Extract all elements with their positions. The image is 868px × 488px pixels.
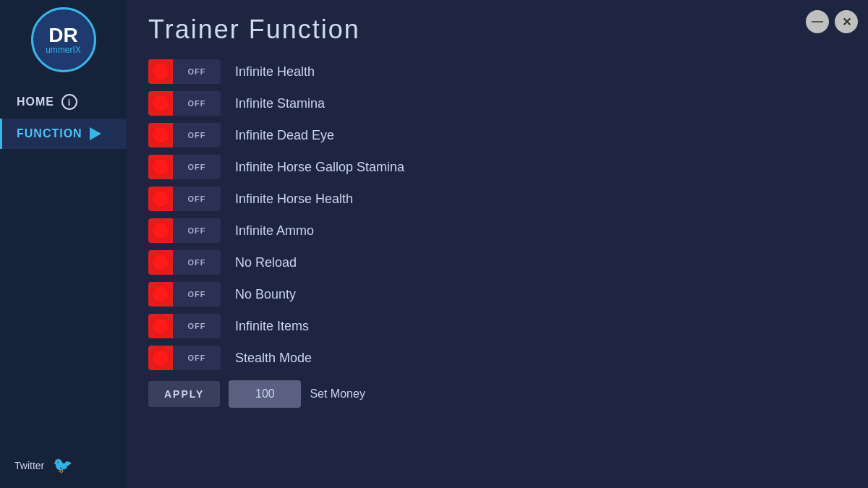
main-content: — ✕ Trainer Function OFF Infinite Health… — [127, 0, 868, 488]
toggle-dot — [148, 282, 173, 307]
toggle-state-label: OFF — [173, 322, 221, 330]
home-label: HOME — [17, 95, 54, 108]
toggle-state-label: OFF — [173, 290, 221, 299]
toggle-dot — [148, 314, 173, 338]
toggle-container[interactable]: OFF — [148, 346, 221, 370]
toggle-container[interactable]: OFF — [148, 218, 221, 243]
info-icon[interactable]: i — [61, 94, 77, 110]
avatar: DR ummerIX — [31, 7, 96, 72]
toggle-row: OFF Stealth Mode — [148, 346, 846, 370]
twitter-label: Twitter — [14, 460, 44, 471]
toggle-row: OFF Infinite Dead Eye — [148, 123, 846, 147]
function-name-label: Infinite Horse Gallop Stamina — [235, 160, 404, 175]
toggle-row: OFF No Bounty — [148, 282, 846, 307]
toggle-dot-inner — [153, 95, 169, 111]
toggle-dot — [148, 346, 173, 370]
minimize-button[interactable]: — — [806, 10, 829, 33]
toggle-dot-inner — [153, 159, 169, 175]
twitter-icon[interactable]: 🐦 — [53, 456, 72, 475]
toggle-state-label: OFF — [173, 354, 221, 362]
play-arrow-icon — [90, 127, 101, 140]
toggle-dot-inner — [153, 127, 169, 143]
toggle-container[interactable]: OFF — [148, 187, 221, 211]
function-name-label: Infinite Stamina — [235, 96, 325, 111]
close-button[interactable]: ✕ — [835, 10, 858, 33]
function-name-label: No Bounty — [235, 287, 296, 302]
function-name-label: Infinite Ammo — [235, 223, 314, 239]
toggle-container[interactable]: OFF — [148, 155, 221, 179]
avatar-username: ummerIX — [46, 46, 81, 54]
sidebar-item-home[interactable]: HOME i — [0, 85, 127, 119]
toggle-row: OFF Infinite Horse Gallop Stamina — [148, 155, 846, 179]
toggle-dot-inner — [153, 223, 169, 239]
toggle-state-label: OFF — [173, 67, 221, 76]
function-name-label: Infinite Health — [235, 64, 315, 80]
toggle-row: OFF No Reload — [148, 250, 846, 275]
apply-button[interactable]: APPLY — [148, 381, 220, 407]
window-controls: — ✕ — [806, 10, 858, 33]
function-name-label: Stealth Mode — [235, 351, 312, 366]
toggle-container[interactable]: OFF — [148, 123, 221, 147]
toggle-dot-inner — [153, 191, 169, 207]
toggle-container[interactable]: OFF — [148, 59, 221, 84]
toggle-dot — [148, 91, 173, 116]
money-input[interactable] — [229, 380, 301, 408]
toggle-container[interactable]: OFF — [148, 314, 221, 338]
toggle-state-label: OFF — [173, 194, 221, 203]
money-row: APPLY Set Money — [148, 380, 846, 408]
functions-list: OFF Infinite Health OFF Infinite Stamina… — [148, 59, 846, 370]
toggle-dot — [148, 123, 173, 147]
toggle-row: OFF Infinite Health — [148, 59, 846, 84]
toggle-dot — [148, 218, 173, 243]
function-name-label: Infinite Items — [235, 319, 309, 334]
toggle-container[interactable]: OFF — [148, 282, 221, 307]
page-title: Trainer Function — [148, 14, 846, 45]
toggle-state-label: OFF — [173, 131, 221, 140]
function-name-label: Infinite Dead Eye — [235, 128, 334, 143]
toggle-container[interactable]: OFF — [148, 91, 221, 116]
toggle-state-label: OFF — [173, 99, 221, 108]
toggle-state-label: OFF — [173, 163, 221, 171]
sidebar-item-function[interactable]: FUNCTION — [0, 119, 127, 149]
toggle-row: OFF Infinite Horse Health — [148, 187, 846, 211]
toggle-row: OFF Infinite Stamina — [148, 91, 846, 116]
toggle-dot-inner — [153, 318, 169, 334]
toggle-dot — [148, 59, 173, 84]
toggle-state-label: OFF — [173, 226, 221, 235]
twitter-section: Twitter 🐦 — [0, 443, 127, 488]
toggle-state-label: OFF — [173, 258, 221, 267]
sidebar: DR ummerIX HOME i FUNCTION Twitter 🐦 — [0, 0, 127, 488]
toggle-dot — [148, 155, 173, 179]
toggle-dot-inner — [153, 286, 169, 302]
toggle-dot-inner — [153, 350, 169, 366]
toggle-dot-inner — [153, 254, 169, 270]
toggle-container[interactable]: OFF — [148, 250, 221, 275]
toggle-dot-inner — [153, 64, 169, 80]
function-label: FUNCTION — [17, 127, 82, 140]
function-name-label: No Reload — [235, 255, 297, 270]
function-name-label: Infinite Horse Health — [235, 192, 353, 207]
set-money-label: Set Money — [310, 388, 365, 401]
toggle-row: OFF Infinite Items — [148, 314, 846, 338]
avatar-initials: DR — [48, 25, 77, 46]
toggle-dot — [148, 250, 173, 275]
toggle-dot — [148, 187, 173, 211]
toggle-row: OFF Infinite Ammo — [148, 218, 846, 243]
